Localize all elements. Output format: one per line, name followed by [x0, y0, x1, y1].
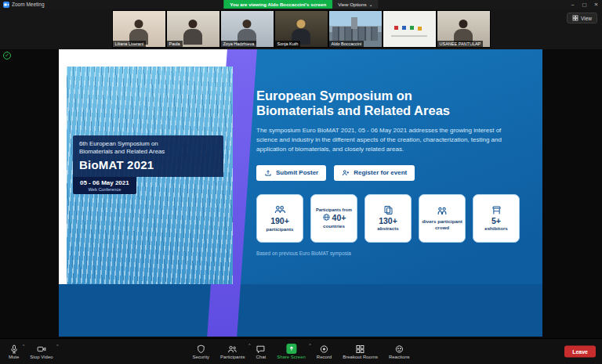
participant-video[interactable]: Aldo Boccaccini	[329, 11, 382, 47]
stat-exhibitors: 5+ exhibitors	[473, 194, 520, 243]
stop-video-button[interactable]: ^ Stop Video	[24, 343, 58, 361]
participant-video[interactable]: Liliana Liverani	[113, 11, 165, 47]
maximize-button[interactable]: ▢	[578, 0, 590, 9]
video-feed	[383, 11, 436, 47]
participant-video[interactable]: Zoya Hadzhieva	[221, 11, 274, 47]
event-mode: Web Conference	[80, 187, 129, 192]
slide-bottom-band	[59, 284, 542, 337]
meeting-actions: Security ^ Participants Chat ^ Share Scr…	[187, 342, 415, 361]
shared-slide: 6th European Symposium on Biomaterials a…	[59, 49, 542, 337]
share-screen-icon	[286, 344, 296, 354]
chat-bubble-icon	[256, 344, 266, 354]
zoom-window: Zoom Meeting You are viewing Aldo Boccac…	[0, 0, 602, 364]
chat-button[interactable]: Chat	[250, 342, 271, 361]
participant-name: Paula	[167, 41, 183, 47]
submit-poster-button[interactable]: Submit Poster	[256, 165, 326, 181]
meeting-toolbar: ^ Mute ^ Stop Video Security ^ Participa…	[0, 338, 602, 364]
leave-meeting-button[interactable]: Leave	[564, 346, 596, 358]
stat-participants: 190+ participants	[256, 194, 303, 243]
window-controls: – ▢ ✕	[567, 0, 602, 9]
hero-line2: Biomaterials and Related Areas	[79, 148, 217, 156]
register-event-button[interactable]: Register for event	[334, 165, 415, 181]
view-layout-button[interactable]: View	[567, 13, 597, 23]
connection-ok-icon: ✓	[3, 52, 11, 59]
participant-video[interactable]: USANEE PANTULAP	[437, 11, 490, 47]
hero-caption: 6th European Symposium on Biomaterials a…	[73, 135, 223, 194]
close-button[interactable]: ✕	[590, 0, 602, 9]
title-bar: Zoom Meeting You are viewing Aldo Boccac…	[0, 0, 602, 9]
video-strip: Liliana Liverani Paula Zoya Hadzhieva So…	[0, 9, 602, 49]
audio-video-controls: ^ Mute ^ Stop Video	[0, 343, 59, 361]
breakout-rooms-button[interactable]: Breakout Rooms	[337, 342, 383, 361]
event-date: 05 - 06 May 2021	[80, 179, 129, 186]
stat-abstracts: 130+ abstracts	[364, 194, 412, 243]
record-icon	[320, 344, 329, 354]
camera-icon	[37, 344, 46, 354]
participant-name: Liliana Liverani	[113, 41, 147, 47]
stat-diverse-crowd: divers participant crowd	[419, 194, 466, 243]
biomaterial-texture-image: 6th European Symposium on Biomaterials a…	[67, 67, 233, 284]
event-description: The symposium Euro BioMAT 2021, 05 - 06 …	[256, 126, 519, 155]
security-button[interactable]: Security	[187, 342, 215, 361]
page-title: European Symposium on Biomaterials and R…	[256, 88, 530, 119]
chevron-up-icon[interactable]: ^	[56, 344, 59, 348]
participant-name: Aldo Boccaccini	[329, 41, 364, 47]
chevron-down-icon: ⌄	[369, 2, 373, 7]
documents-icon	[383, 205, 393, 215]
viewing-screen-banner: You are viewing Aldo Boccaccini's screen	[223, 0, 332, 9]
app-identity: Zoom Meeting	[0, 2, 45, 8]
person-add-icon	[342, 169, 350, 177]
share-banner-group: You are viewing Aldo Boccaccini's screen…	[223, 0, 378, 9]
participant-name: Sonja Kuth	[275, 41, 301, 47]
breakout-rooms-icon	[356, 344, 365, 354]
stat-countries: Participants from 40+ countries	[310, 194, 357, 243]
stats-footnote: Based on previous Euro BioMAT symposia	[256, 250, 530, 256]
zoom-app-icon	[3, 2, 9, 8]
view-options-dropdown[interactable]: View Options ⌄	[332, 0, 379, 9]
event-date-badge: 05 - 06 May 2021 Web Conference	[73, 177, 136, 194]
reactions-button[interactable]: Reactions	[383, 342, 415, 361]
mute-button[interactable]: ^ Mute	[3, 343, 24, 361]
cta-row: Submit Poster Register for event	[256, 165, 530, 181]
hero-title: BioMAT 2021	[79, 158, 217, 171]
participant-name: USANEE PANTULAP	[437, 41, 484, 47]
minimize-button[interactable]: –	[567, 0, 578, 9]
participants-icon	[228, 344, 238, 354]
participant-video[interactable]: Sonja Kuth	[275, 11, 328, 47]
participant-name: Zoya Hadzhieva	[221, 41, 257, 47]
hero-line1: 6th European Symposium on	[79, 140, 217, 148]
participant-video[interactable]: Paula	[167, 11, 219, 47]
booth-icon	[491, 205, 502, 215]
stats-row: 190+ participants Participants from 40+ …	[256, 194, 530, 243]
upload-icon	[264, 169, 272, 177]
participant-video[interactable]	[383, 11, 436, 47]
participants-button[interactable]: ^ Participants	[215, 342, 250, 361]
shared-screen-stage: ✓ 6th European Symposium on Biomaterials…	[0, 49, 602, 338]
globe-icon	[322, 213, 331, 222]
record-button[interactable]: Record	[311, 342, 337, 361]
smiley-icon	[394, 344, 404, 354]
slide-content: European Symposium on Biomaterials and R…	[256, 88, 530, 256]
window-title: Zoom Meeting	[12, 2, 45, 7]
shield-icon	[196, 344, 205, 354]
people-icon	[274, 204, 285, 215]
grid-view-icon	[572, 15, 578, 21]
microphone-icon	[9, 344, 19, 354]
share-screen-button[interactable]: ^ Share Screen	[271, 342, 311, 361]
crowd-icon	[437, 206, 448, 217]
